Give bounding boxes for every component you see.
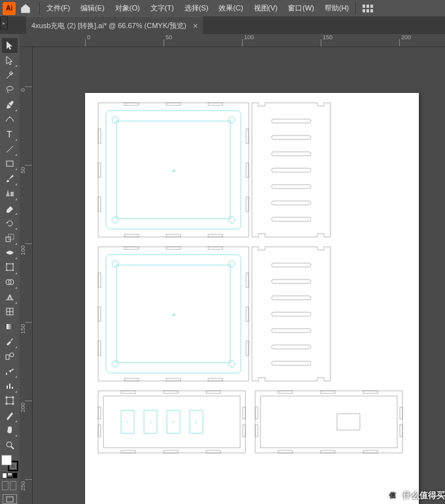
rectangle-tool[interactable] <box>2 156 18 171</box>
ruler-horizontal[interactable]: 0 50 100 150 200 <box>20 34 445 47</box>
selection-tool[interactable] <box>2 38 18 53</box>
svg-rect-30 <box>7 497 13 502</box>
document-tab-bar: 4xusb充电 (2) [转换].ai* @ 66.67% (CMYK/预览) … <box>0 16 445 34</box>
scale-tool[interactable] <box>2 230 18 245</box>
svg-point-17 <box>12 270 14 271</box>
svg-rect-10 <box>7 161 13 166</box>
svg-rect-21 <box>7 324 13 329</box>
blend-tool[interactable] <box>2 349 18 364</box>
canvas[interactable]: ⊕ ⊕ <box>33 47 445 504</box>
svg-line-29 <box>11 446 14 449</box>
menu-edit[interactable]: 编辑(E) <box>75 3 110 13</box>
svg-rect-83 <box>272 345 311 349</box>
svg-rect-45 <box>98 129 101 143</box>
fill-stroke-swatch[interactable] <box>1 455 18 471</box>
svg-rect-67 <box>98 341 101 355</box>
screen-mode-icon[interactable] <box>3 494 17 504</box>
line-tool[interactable] <box>2 141 18 156</box>
svg-rect-110 <box>363 391 378 393</box>
svg-rect-68 <box>246 273 249 287</box>
svg-point-23 <box>10 353 14 357</box>
svg-rect-82 <box>272 329 311 333</box>
width-tool[interactable] <box>2 245 18 261</box>
svg-text:×: × <box>196 420 198 424</box>
svg-rect-41 <box>208 103 222 105</box>
svg-rect-104 <box>243 425 245 437</box>
ruler-vertical[interactable]: 0 50 100 150 200 250 <box>20 47 33 504</box>
svg-rect-111 <box>278 450 293 453</box>
menu-select[interactable]: 选择(S) <box>179 3 214 13</box>
svg-rect-95 <box>121 391 135 393</box>
type-tool[interactable]: T <box>2 127 18 142</box>
svg-rect-78 <box>272 263 311 267</box>
perspective-grid-tool[interactable] <box>2 289 18 304</box>
svg-rect-24 <box>7 386 8 389</box>
hand-tool[interactable] <box>2 423 18 438</box>
svg-rect-69 <box>246 307 249 321</box>
magic-wand-tool[interactable] <box>2 67 18 82</box>
pen-tool[interactable] <box>2 97 18 112</box>
menu-effect[interactable]: 效果(C) <box>213 3 248 13</box>
document-tab-title: 4xusb充电 (2) [转换].ai* @ 66.67% (CMYK/预览) <box>31 21 187 31</box>
svg-rect-109 <box>321 391 335 393</box>
svg-rect-75 <box>272 185 311 189</box>
symbol-sprayer-tool[interactable] <box>2 363 18 378</box>
svg-rect-74 <box>272 168 311 172</box>
svg-rect-50 <box>246 197 249 211</box>
svg-rect-101 <box>98 407 101 419</box>
arrange-docs-icon[interactable] <box>363 5 373 12</box>
svg-rect-72 <box>272 135 311 139</box>
curvature-tool[interactable] <box>2 112 18 127</box>
svg-rect-47 <box>98 197 101 211</box>
panel-expand-icon[interactable] <box>0 16 8 29</box>
shape-builder-tool[interactable] <box>2 275 18 290</box>
svg-rect-0 <box>363 5 365 8</box>
svg-point-14 <box>6 263 7 264</box>
svg-line-9 <box>7 146 13 153</box>
eraser-tool[interactable] <box>2 201 18 216</box>
menu-window[interactable]: 窗口(W) <box>283 3 319 13</box>
document-tab[interactable]: 4xusb充电 (2) [转换].ai* @ 66.67% (CMYK/预览) … <box>26 16 203 34</box>
svg-rect-85 <box>98 391 245 453</box>
svg-rect-1 <box>366 5 369 8</box>
menu-object[interactable]: 对象(O) <box>110 3 145 13</box>
rotate-tool[interactable] <box>2 215 18 230</box>
paintbrush-tool[interactable] <box>2 171 18 186</box>
artboard-tool[interactable] <box>2 393 18 408</box>
shaper-tool[interactable] <box>2 186 18 201</box>
svg-rect-59 <box>124 247 139 249</box>
svg-rect-3 <box>363 9 365 12</box>
menu-view[interactable]: 视图(V) <box>249 3 283 13</box>
svg-rect-107 <box>337 414 360 430</box>
svg-rect-48 <box>246 129 249 143</box>
column-graph-tool[interactable] <box>2 378 18 393</box>
svg-rect-63 <box>166 378 181 381</box>
svg-rect-13 <box>7 264 13 270</box>
svg-rect-25 <box>9 384 10 389</box>
color-mode-swatch[interactable] <box>2 473 18 478</box>
svg-point-15 <box>12 263 14 264</box>
menu-type[interactable]: 文字(T) <box>145 3 179 13</box>
home-icon[interactable] <box>20 3 31 14</box>
svg-rect-114 <box>255 407 258 419</box>
menu-help[interactable]: 帮助(H) <box>319 3 354 13</box>
zoom-tool[interactable] <box>2 437 18 452</box>
slice-tool[interactable] <box>2 408 18 423</box>
menu-file[interactable]: 文件(F) <box>41 3 75 13</box>
eyedropper-tool[interactable] <box>2 334 18 349</box>
free-transform-tool[interactable] <box>2 260 18 275</box>
mesh-tool[interactable] <box>2 304 18 319</box>
svg-rect-42 <box>124 234 139 237</box>
direct-selection-tool[interactable] <box>2 53 18 68</box>
svg-rect-98 <box>121 450 135 453</box>
svg-rect-46 <box>98 163 101 177</box>
draw-mode-icon[interactable] <box>2 481 18 490</box>
svg-rect-112 <box>321 450 335 453</box>
artboard[interactable]: ⊕ ⊕ <box>85 93 419 504</box>
gradient-tool[interactable] <box>2 319 18 334</box>
svg-rect-49 <box>246 163 249 177</box>
close-icon[interactable]: × <box>193 21 198 31</box>
lasso-tool[interactable] <box>2 82 18 98</box>
svg-rect-40 <box>166 103 181 105</box>
svg-rect-5 <box>370 9 373 12</box>
